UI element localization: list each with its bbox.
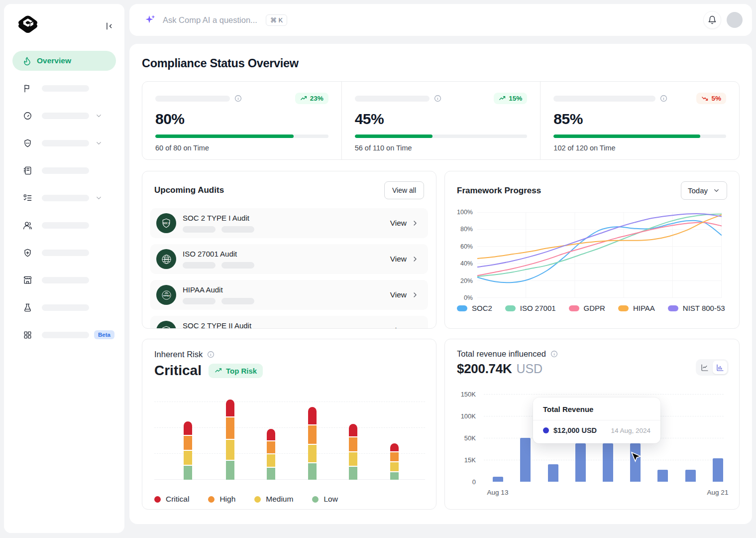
skeleton-label	[42, 332, 89, 338]
skeleton-label	[183, 226, 216, 233]
sidebar-item[interactable]	[23, 191, 114, 205]
svg-text:HIPAA: HIPAA	[163, 294, 170, 296]
shield-check-icon	[23, 138, 32, 148]
y-axis-label: 15K	[456, 456, 476, 464]
risk-segment-high	[184, 436, 192, 450]
line-chart-toggle[interactable]	[697, 361, 712, 374]
skeleton-label	[221, 298, 254, 304]
search-placeholder: Ask Comp AI a question...	[163, 15, 257, 25]
risk-segment-low	[308, 463, 317, 480]
inherent-risk-card: Inherent Risk Critical Top Risk Critical…	[142, 339, 436, 510]
risk-bar	[267, 429, 275, 480]
mouse-cursor	[630, 451, 641, 463]
risk-segment-medium	[390, 462, 399, 471]
range-dropdown[interactable]: Today	[681, 181, 727, 200]
trending-down-icon	[701, 95, 709, 102]
trend-badge: 5%	[696, 93, 726, 104]
trending-up-icon	[499, 95, 506, 102]
grid-icon	[23, 330, 32, 340]
stat-value: 45%	[355, 111, 528, 128]
sidebar-item[interactable]	[23, 218, 114, 232]
risk-segment-high	[349, 437, 357, 451]
sidebar-item[interactable]	[23, 300, 114, 314]
skeleton-label	[221, 226, 254, 233]
users-icon	[23, 221, 32, 230]
risk-segment-high	[308, 425, 317, 444]
avatar[interactable]	[727, 12, 743, 28]
risk-bar	[184, 421, 192, 480]
risk-segment-low	[226, 461, 234, 480]
y-axis-label: 50K	[456, 434, 476, 442]
skeleton-label	[42, 304, 89, 311]
skeleton-label	[42, 195, 89, 201]
top-risk-badge: Top Risk	[209, 364, 263, 378]
ask-ai-search[interactable]: Ask Comp AI a question... ⌘ K	[129, 14, 703, 26]
legend-item: SOC2	[457, 304, 492, 312]
trend-badge: 15%	[494, 93, 527, 104]
sidebar-item-overview[interactable]: Overview	[12, 51, 116, 71]
skeleton-label	[183, 298, 216, 304]
line-chart-icon	[701, 364, 709, 372]
risk-bar	[349, 424, 357, 480]
legend-item: NIST 800-53	[668, 304, 725, 312]
chevron-right-icon	[411, 327, 419, 329]
stat-card: 15%45%56 of 110 on Time	[341, 82, 540, 160]
y-axis-label: 100K	[456, 412, 476, 420]
progress-bar	[155, 134, 328, 138]
skeleton-label	[155, 96, 230, 102]
risk-legend: CriticalHighMediumLow	[154, 495, 338, 504]
legend-item: Low	[312, 495, 337, 504]
sidebar-item[interactable]: Beta	[23, 328, 114, 342]
progress-bar	[553, 134, 726, 138]
chevron-down-icon	[95, 112, 103, 120]
risk-segment-low	[267, 468, 275, 480]
skeleton-label	[221, 262, 254, 269]
store-icon	[23, 275, 32, 285]
stat-value: 85%	[553, 111, 726, 128]
revenue-bar	[685, 470, 696, 482]
notifications-button[interactable]	[703, 11, 721, 29]
view-all-button[interactable]: View all	[384, 181, 424, 199]
risk-segment-low	[184, 466, 192, 480]
sidebar-item[interactable]	[23, 163, 114, 177]
audit-view-button[interactable]: View	[390, 255, 419, 264]
audit-framework-badge: SOC 2	[156, 213, 176, 233]
revenue-bar	[603, 443, 613, 482]
sidebar-item[interactable]	[23, 109, 114, 123]
info-icon	[660, 95, 667, 102]
sidebar-item[interactable]	[23, 81, 114, 95]
flask-icon	[23, 303, 32, 312]
sidebar-collapse-button[interactable]	[105, 21, 114, 31]
risk-segment-critical	[349, 424, 357, 436]
legend-item: High	[208, 495, 235, 504]
risk-level: Critical	[154, 363, 202, 379]
revenue-bar	[493, 477, 503, 482]
tooltip-title: Total Revenue	[543, 405, 593, 413]
bar-chart-icon	[716, 364, 724, 372]
skeleton-label	[42, 277, 89, 283]
stat-caption: 60 of 80 on Time	[155, 144, 328, 152]
sidebar-item[interactable]	[23, 273, 114, 287]
flame-icon	[22, 56, 32, 66]
legend-item: GDPR	[569, 304, 605, 312]
revenue-title: Total revenue influenced	[457, 349, 546, 359]
chevron-down-icon	[95, 139, 103, 147]
topbar: Ask Comp AI a question... ⌘ K	[129, 4, 752, 36]
bar-chart-toggle[interactable]	[713, 361, 727, 374]
sidebar-item[interactable]	[23, 246, 114, 260]
revenue-amount: $200.74K	[457, 361, 512, 377]
y-axis-label: 0	[456, 478, 476, 486]
flag-icon	[23, 84, 32, 93]
sidebar-item[interactable]	[23, 136, 114, 150]
audit-view-button[interactable]: View	[390, 290, 419, 299]
audit-view-button[interactable]: View	[390, 326, 419, 329]
risk-segment-high	[267, 441, 275, 453]
x-axis-label: Aug 13	[487, 489, 509, 496]
progress-bar	[355, 134, 528, 138]
list-todo-icon	[23, 193, 32, 203]
risk-title: Inherent Risk	[154, 350, 203, 359]
chart-type-toggle	[696, 359, 729, 376]
line-series-nist-800-53	[477, 214, 722, 267]
audit-view-button[interactable]: View	[390, 219, 419, 228]
stat-value: 80%	[155, 111, 328, 128]
